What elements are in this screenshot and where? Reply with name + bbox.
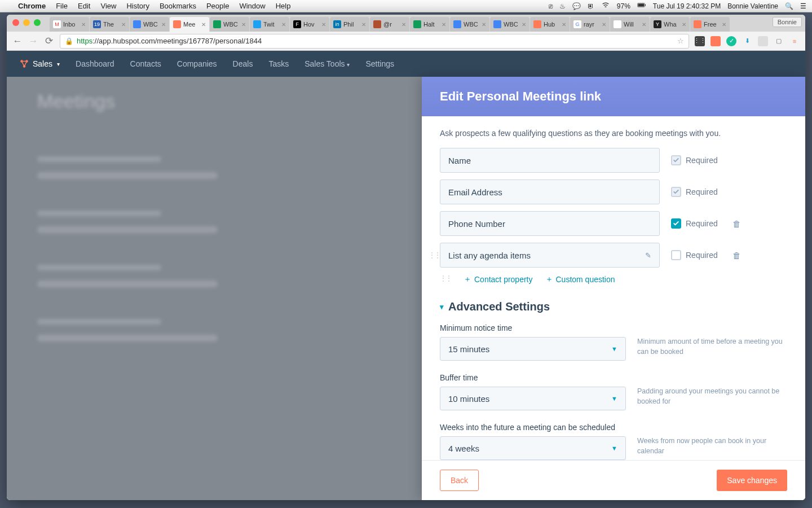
extension-icon[interactable] <box>758 36 768 46</box>
bookmark-star-icon[interactable]: ☆ <box>677 37 684 45</box>
close-tab-icon[interactable]: ✕ <box>682 21 686 28</box>
field-input[interactable]: Email Address <box>440 179 660 204</box>
panel-body[interactable]: Ask prospects a few qualifying questions… <box>422 116 805 460</box>
add-custom-question-link[interactable]: ＋Custom question <box>545 274 615 284</box>
close-tab-icon[interactable]: ✕ <box>161 21 166 28</box>
hubspot-brand[interactable]: Sales▾ <box>19 59 60 69</box>
minimize-window-icon[interactable] <box>23 19 30 26</box>
pocket-extension-icon[interactable]: ⬇ <box>742 36 752 46</box>
browser-tab[interactable]: Twit✕ <box>250 17 289 32</box>
nav-settings[interactable]: Settings <box>365 59 394 68</box>
browser-tab[interactable]: Grayr✕ <box>570 17 610 32</box>
chat-icon[interactable]: 💬 <box>572 2 581 10</box>
nav-contacts[interactable]: Contacts <box>130 59 161 68</box>
menubar-app[interactable]: Chrome <box>18 2 46 10</box>
spotlight-icon[interactable]: 🔍 <box>785 2 793 10</box>
browser-tab[interactable]: Halt✕ <box>410 17 449 32</box>
menubar-user[interactable]: Bonnie Valentine <box>727 2 778 10</box>
close-window-icon[interactable] <box>12 19 19 26</box>
menubar-item[interactable]: Help <box>276 2 291 10</box>
drag-handle-icon[interactable]: ⋮⋮ <box>440 274 451 284</box>
close-tab-icon[interactable]: ✕ <box>642 21 646 28</box>
address-bar[interactable]: 🔒 https://app.hubspot.com/meetings/16778… <box>60 34 689 49</box>
menubar-item[interactable]: Edit <box>78 2 90 10</box>
window-controls[interactable] <box>12 19 41 26</box>
browser-tab[interactable]: WBC✕ <box>450 17 489 32</box>
add-contact-property-link[interactable]: ＋Contact property <box>464 274 533 284</box>
close-tab-icon[interactable]: ✕ <box>121 21 126 28</box>
browser-tab[interactable]: WBC✕ <box>130 17 169 32</box>
extension-icon[interactable]: ⋮⋮ <box>695 36 705 46</box>
menubar-datetime[interactable]: Tue Jul 19 2:40:32 PM <box>653 2 721 10</box>
drag-handle-icon[interactable]: ⋮⋮ <box>429 251 440 259</box>
nav-tasks[interactable]: Tasks <box>268 59 289 68</box>
nav-deals[interactable]: Deals <box>233 59 253 68</box>
edit-icon[interactable]: ✎ <box>645 251 651 260</box>
grammarly-extension-icon[interactable]: ✓ <box>726 36 736 46</box>
browser-tab[interactable]: MInbo✕ <box>50 17 89 32</box>
close-tab-icon[interactable]: ✕ <box>602 21 606 28</box>
flame-icon[interactable]: ♨ <box>559 2 566 10</box>
setting-select[interactable]: 15 minutes▼ <box>440 337 626 361</box>
browser-tab[interactable]: Will✕ <box>610 17 650 32</box>
browser-tab[interactable]: YWha✕ <box>650 17 690 32</box>
save-changes-button[interactable]: Save changes <box>717 470 787 491</box>
back-button[interactable]: ← <box>12 36 23 47</box>
nav-sales-tools[interactable]: Sales Tools ▾ <box>304 59 350 68</box>
field-input[interactable]: Name <box>440 148 660 173</box>
field-input[interactable]: Phone Number <box>440 211 660 236</box>
menubar-item[interactable]: View <box>100 2 116 10</box>
required-toggle[interactable]: Required <box>671 250 718 260</box>
browser-tab[interactable]: Mee✕ <box>170 17 209 32</box>
chrome-menu-icon[interactable]: ≡ <box>789 36 800 46</box>
browser-tab[interactable]: FHov✕ <box>290 17 329 32</box>
browser-tab[interactable]: WBC✕ <box>210 17 249 32</box>
browser-tab[interactable]: WBC✕ <box>490 17 529 32</box>
menubar-item[interactable]: People <box>206 2 229 10</box>
reload-button[interactable]: ⟳ <box>44 35 54 47</box>
close-tab-icon[interactable]: ✕ <box>562 21 566 28</box>
shield-icon[interactable]: ⛨ <box>588 2 594 10</box>
wifi-icon[interactable] <box>601 1 610 11</box>
chrome-profile-chip[interactable]: Bonnie <box>773 17 802 27</box>
close-tab-icon[interactable]: ✕ <box>281 21 286 28</box>
cast-icon[interactable]: ▢ <box>774 36 784 46</box>
close-tab-icon[interactable]: ✕ <box>482 21 486 28</box>
close-tab-icon[interactable]: ✕ <box>401 21 406 28</box>
menubar-item[interactable]: Window <box>239 2 265 10</box>
browser-tab[interactable]: inPhil✕ <box>330 17 369 32</box>
close-tab-icon[interactable]: ✕ <box>722 21 726 28</box>
setting-select[interactable]: 10 minutes▼ <box>440 387 626 410</box>
browser-tab[interactable]: Hub✕ <box>530 17 570 32</box>
forward-button[interactable]: → <box>28 36 38 47</box>
menubar-item[interactable]: Bookmarks <box>160 2 196 10</box>
menubar-item[interactable]: File <box>56 2 68 10</box>
close-tab-icon[interactable]: ✕ <box>201 21 206 28</box>
close-tab-icon[interactable]: ✕ <box>321 21 326 28</box>
menu-icon[interactable]: ☰ <box>800 2 806 10</box>
airplay-icon[interactable]: ⎚ <box>549 2 553 10</box>
nav-dashboard[interactable]: Dashboard <box>76 59 114 68</box>
advanced-settings-header[interactable]: ▾ Advanced Settings <box>440 300 787 313</box>
browser-tab[interactable]: 19The✕ <box>90 17 129 32</box>
browser-tab[interactable]: @r✕ <box>370 17 409 32</box>
delete-icon[interactable]: 🗑 <box>732 219 741 229</box>
nav-companies[interactable]: Companies <box>177 59 217 68</box>
delete-icon[interactable]: 🗑 <box>732 251 741 260</box>
setting-select[interactable]: 4 weeks▼ <box>440 436 626 460</box>
close-tab-icon[interactable]: ✕ <box>442 21 446 28</box>
browser-tab[interactable]: Free✕ <box>690 17 730 32</box>
close-tab-icon[interactable]: ✕ <box>361 21 366 28</box>
menubar-item[interactable]: History <box>126 2 149 10</box>
checkbox-icon <box>671 250 681 260</box>
close-tab-icon[interactable]: ✕ <box>81 21 86 28</box>
maximize-window-icon[interactable] <box>34 19 41 26</box>
back-button[interactable]: Back <box>440 470 479 491</box>
chevron-down-icon: ▾ <box>440 303 444 311</box>
close-tab-icon[interactable]: ✕ <box>522 21 526 28</box>
hubspot-extension-icon[interactable] <box>710 36 721 46</box>
required-toggle[interactable]: Required <box>671 218 718 229</box>
close-tab-icon[interactable]: ✕ <box>241 21 246 28</box>
setting-label: Minimum notice time <box>440 323 787 332</box>
field-input[interactable]: List any agenda items✎ <box>440 243 660 268</box>
